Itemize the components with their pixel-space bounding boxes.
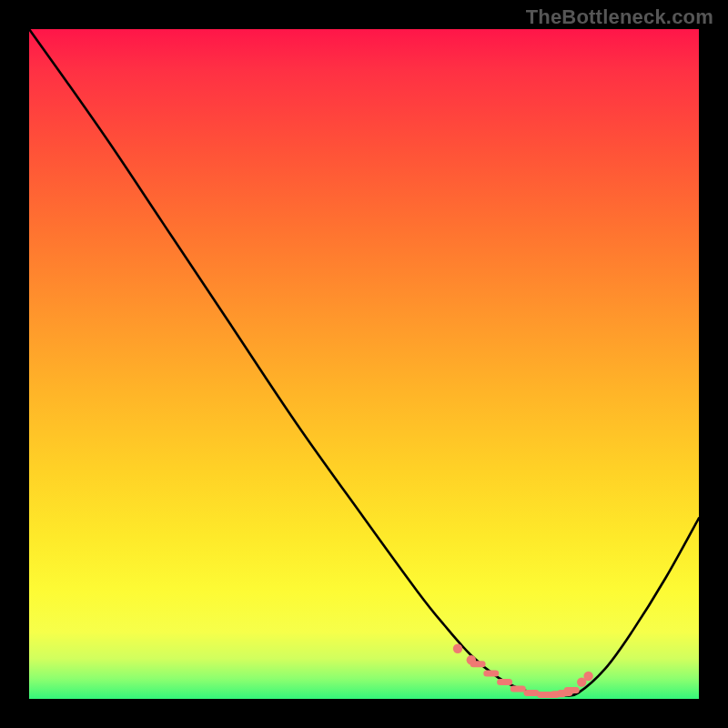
curve-layer bbox=[29, 29, 699, 699]
marker-dot bbox=[453, 644, 462, 653]
watermark-text: TheBottleneck.com bbox=[526, 5, 713, 29]
flat-region-markers bbox=[453, 644, 593, 695]
plot-area bbox=[29, 29, 699, 699]
marker-dot bbox=[583, 672, 592, 681]
bottleneck-curve bbox=[29, 29, 699, 696]
chart-stage: TheBottleneck.com bbox=[0, 0, 728, 728]
